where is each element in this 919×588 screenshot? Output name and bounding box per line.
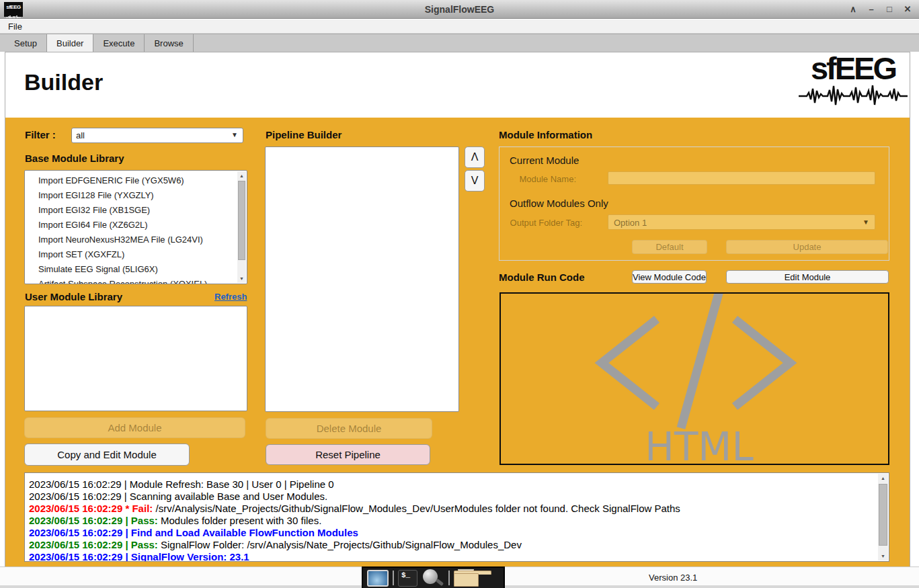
dock-separator <box>448 571 450 585</box>
tab-builder[interactable]: Builder <box>47 34 93 52</box>
scrollbar-thumb[interactable] <box>238 181 245 260</box>
pipeline-list[interactable] <box>265 146 459 412</box>
user-module-library-title: User Module Library <box>25 291 122 302</box>
output-folder-tag-label: Output Folder Tag: <box>481 218 582 228</box>
refresh-link[interactable]: Refresh <box>214 292 247 302</box>
scroll-down-icon[interactable]: ▼ <box>237 274 246 283</box>
module-code-preview: HTML <box>500 292 889 465</box>
dock: $_ <box>362 566 505 588</box>
tab-browse[interactable]: Browse <box>145 34 193 52</box>
move-up-button[interactable]: Λ <box>465 146 485 168</box>
eeg-waveform-icon <box>799 84 908 107</box>
folder-body <box>454 573 479 587</box>
list-item[interactable]: Import SET (XGXFZL) <box>25 247 247 262</box>
magnifier-icon[interactable] <box>422 569 444 587</box>
base-list-scrollbar[interactable]: ▲ ▼ <box>237 171 246 283</box>
application-window: sfEEG SignalFlowEEG ∧–□✕ File SetupBuild… <box>0 0 919 588</box>
edit-module-button[interactable]: Edit Module <box>726 270 889 284</box>
dock-separator <box>393 571 394 585</box>
list-item[interactable]: Simulate EEG Signal (5LIG6X) <box>25 262 247 277</box>
tab-bar: SetupBuilderExecuteBrowse <box>0 34 919 52</box>
minimize-button[interactable]: – <box>865 3 877 15</box>
terminal-icon[interactable]: $_ <box>398 570 417 587</box>
scrollbar-thumb[interactable] <box>879 484 887 546</box>
list-item[interactable]: Import EDFGENERIC File (YGX5W6) <box>25 173 247 188</box>
log-line: 2023/06/15 16:02:29 | SignalFlow Version… <box>29 551 875 562</box>
tab-execute[interactable]: Execute <box>93 34 145 52</box>
chevron-down-icon: ▼ <box>863 218 869 226</box>
log-line: 2023/06/15 16:02:29 | Module Refresh: Ba… <box>29 478 875 491</box>
copy-and-edit-module-button[interactable]: Copy and Edit Module <box>24 444 190 466</box>
page-title: Builder <box>24 69 103 95</box>
app-icon-waveform <box>6 15 21 19</box>
shade-button[interactable]: ∧ <box>847 3 859 15</box>
log-line: 2023/06/15 16:02:29 | Pass: Modules fold… <box>29 515 875 527</box>
scroll-up-icon[interactable]: ▲ <box>878 474 888 482</box>
module-name-label: Module Name: <box>475 174 576 184</box>
magnifier-handle <box>436 579 444 586</box>
base-module-list[interactable]: Import EDFGENERIC File (YGX5W6)Import EG… <box>24 170 247 284</box>
scroll-up-icon[interactable]: ▲ <box>237 171 246 180</box>
view-module-code-button[interactable]: View Module Code <box>632 270 707 284</box>
version-label: Version 23.1 <box>649 573 697 583</box>
module-information-title: Module Information <box>499 129 592 140</box>
log-lines: 2023/06/15 16:02:29 | Module Refresh: Ba… <box>29 478 875 562</box>
log-console[interactable]: 2023/06/15 16:02:29 | Module Refresh: Ba… <box>24 472 889 562</box>
monitor-icon[interactable] <box>367 570 389 587</box>
add-module-button[interactable]: Add Module <box>24 417 245 438</box>
scroll-down-icon[interactable]: ▼ <box>878 552 888 560</box>
log-line: 2023/06/15 16:02:29 | Scanning available… <box>29 491 875 503</box>
list-item[interactable]: Import NeuroNexusH32MEA File (LG24VI) <box>25 233 247 247</box>
base-module-library-title: Base Module Library <box>25 153 124 164</box>
user-module-list[interactable] <box>24 306 247 411</box>
log-line: 2023/06/15 16:02:29 * Fail: /srv/Analysi… <box>29 503 875 515</box>
list-item[interactable]: Artifact Subspace Reconstruction (XOXIEL… <box>25 277 247 284</box>
base-module-list-items: Import EDFGENERIC File (YGX5W6)Import EG… <box>25 171 247 284</box>
sfeeg-logo: sfEEG <box>799 54 908 110</box>
log-line: 2023/06/15 16:02:29 | Find and Load Avai… <box>29 527 875 539</box>
output-folder-tag-value: Option 1 <box>614 218 647 228</box>
module-name-input[interactable] <box>608 171 875 185</box>
window-controls: ∧–□✕ <box>847 0 914 19</box>
pipeline-builder-title: Pipeline Builder <box>266 129 342 140</box>
log-scrollbar[interactable]: ▲ ▼ <box>878 474 888 560</box>
module-run-code-title: Module Run Code <box>499 271 585 283</box>
filter-label: Filter : <box>25 129 56 140</box>
menu-bar: File <box>0 19 919 34</box>
delete-module-button[interactable]: Delete Module <box>266 418 432 439</box>
current-module-label: Current Module <box>510 155 579 166</box>
svg-text:HTML: HTML <box>645 424 753 464</box>
title-bar: sfEEG SignalFlowEEG ∧–□✕ <box>0 0 919 19</box>
folder-icon[interactable] <box>454 569 479 587</box>
window-title: SignalFlowEEG <box>0 4 919 15</box>
maximize-button[interactable]: □ <box>883 3 895 15</box>
reset-pipeline-button[interactable]: Reset Pipeline <box>266 444 430 465</box>
output-folder-tag-dropdown[interactable]: Option 1 ▼ <box>608 214 875 230</box>
close-button[interactable]: ✕ <box>902 3 914 15</box>
tab-setup[interactable]: Setup <box>5 34 47 52</box>
list-item[interactable]: Import EGI64 File (XZ6G2L) <box>25 218 247 233</box>
outflow-modules-label: Outflow Modules Only <box>510 198 608 209</box>
log-line: 2023/06/15 16:02:29 | Pass: SignalFlow F… <box>29 539 875 551</box>
magnifier-glass <box>423 569 438 584</box>
default-button[interactable]: Default <box>632 240 707 254</box>
chevron-down-icon: ▼ <box>231 131 238 138</box>
filter-dropdown-value: all <box>76 130 85 140</box>
sfeeg-logo-text: sfEEG <box>799 54 908 84</box>
filter-dropdown[interactable]: all ▼ <box>71 128 243 143</box>
list-item[interactable]: Import EGI32 File (XB1SGE) <box>25 203 247 218</box>
list-item[interactable]: Import EGI128 File (YXGZLY) <box>25 188 247 203</box>
menu-file[interactable]: File <box>8 22 22 32</box>
update-button[interactable]: Update <box>726 240 888 254</box>
broken-html-icon: HTML <box>501 294 888 464</box>
